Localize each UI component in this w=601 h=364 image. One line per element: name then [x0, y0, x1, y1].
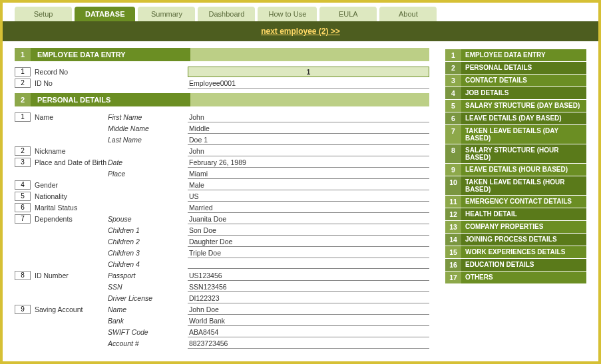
sublabel-spouse: Spouse [108, 215, 188, 223]
nav-work-experiences[interactable]: WORK EXPERIENCES DETAILS [461, 246, 586, 258]
row-num-empty [15, 327, 31, 337]
nav-employee-data-entry[interactable]: EMPLOYEE DATA ENTRY [461, 49, 586, 61]
value-acct[interactable]: 8823723456 [188, 339, 429, 349]
label-birth: Place and Date of Birth [35, 158, 108, 166]
row-num: 1 [15, 112, 31, 122]
value-spouse[interactable]: Juanita Doe [188, 214, 429, 224]
nav-num: 6 [445, 112, 461, 124]
tab-database[interactable]: DATABASE [75, 7, 135, 21]
value-birth-place[interactable]: Miami [188, 169, 429, 179]
label-nationality: Nationality [35, 192, 108, 200]
sublabel-lastname: Last Name [108, 136, 188, 144]
nav-others[interactable]: OTHERS [461, 272, 586, 283]
sublabel-firstname: First Name [108, 113, 188, 121]
section-header-1: 1 EMPLOYEE DATA ENTRY [15, 48, 429, 61]
row-num-empty [15, 226, 31, 235]
nav-taken-leave-day[interactable]: TAKEN LEAVE DETAILS (DAY BASED) [461, 125, 586, 144]
main-form: 1 EMPLOYEE DATA ENTRY 1 Record No 1 2 ID… [15, 48, 429, 349]
value-saving-name[interactable]: John Doe [188, 305, 429, 315]
tab-bar: Setup DATABASE Summary Dashboard How to … [3, 3, 598, 21]
row-num-empty [15, 237, 31, 246]
nav-num: 1 [445, 49, 461, 61]
nav-personal-details[interactable]: PERSONAL DETAILS [461, 62, 586, 74]
value-lastname[interactable]: Doe 1 [188, 135, 429, 145]
label-idnumber: ID Number [35, 272, 108, 279]
value-id-no[interactable]: Employee0001 [188, 79, 429, 89]
label-id-no: ID No [35, 79, 108, 87]
sublabel-ssn: SSN [108, 283, 188, 291]
tab-summary[interactable]: Summary [138, 7, 195, 21]
value-c2[interactable]: Daughter Doe [188, 237, 429, 247]
nav-num: 17 [445, 272, 461, 283]
label-marital: Marital Status [35, 204, 108, 212]
value-ssn[interactable]: SSN123456 [188, 282, 429, 292]
value-middlename[interactable]: Middle [188, 124, 429, 134]
tab-about[interactable]: About [379, 7, 437, 21]
sublabel-place: Place [108, 170, 188, 178]
value-record-no[interactable]: 1 [188, 67, 429, 77]
nav-contact-details[interactable]: CONTACT DETAILS [461, 75, 586, 87]
nav-emergency-contact[interactable]: EMERGENCY CONTACT DETAILS [461, 196, 586, 208]
value-nationality[interactable]: US [188, 192, 429, 202]
row-num: 7 [15, 214, 31, 224]
row-num-empty [15, 316, 31, 325]
nav-leave-hour[interactable]: LEAVE DETAILS (HOUR BASED) [461, 164, 586, 176]
nav-num: 10 [445, 176, 461, 195]
sublabel-acct: Account # [108, 339, 188, 347]
value-marital[interactable]: Married [188, 203, 429, 213]
row-num: 4 [15, 180, 31, 190]
nav-job-details[interactable]: JOB DETAILS [461, 87, 586, 99]
nav-num: 11 [445, 196, 461, 208]
nav-health-detail[interactable]: HEALTH DETAIL [461, 208, 586, 220]
tab-howtouse[interactable]: How to Use [258, 7, 317, 21]
value-dl[interactable]: DI122323 [188, 293, 429, 303]
value-nickname[interactable]: John [188, 146, 429, 156]
value-firstname[interactable]: John [188, 112, 429, 122]
sidebar-nav: 1EMPLOYEE DATA ENTRY 2PERSONAL DETAILS 3… [445, 49, 586, 349]
section-num: 1 [15, 48, 31, 61]
section-tail [190, 48, 429, 61]
row-num: 2 [15, 79, 31, 88]
row-num: 1 [15, 67, 31, 77]
sublabel-swift: SWIFT Code [108, 328, 188, 336]
link-bar: next employee (2) >> [3, 21, 598, 41]
row-num: 2 [15, 146, 31, 156]
sublabel-bank: Bank [108, 317, 188, 325]
sublabel-passport: Passport [108, 272, 188, 279]
nav-num: 8 [445, 144, 461, 163]
row-num: 3 [15, 158, 31, 167]
value-bank[interactable]: World Bank [188, 316, 429, 326]
nav-salary-hour[interactable]: SALARY STRUCTURE (HOUR BASED) [461, 144, 586, 163]
nav-num: 13 [445, 221, 461, 233]
nav-num: 14 [445, 234, 461, 246]
value-c4[interactable] [188, 260, 429, 269]
nav-company-properties[interactable]: COMPANY PROPERTIES [461, 221, 586, 233]
row-num-empty [15, 124, 31, 133]
nav-num: 15 [445, 246, 461, 258]
row-num: 8 [15, 271, 31, 280]
value-c1[interactable]: Son Doe [188, 226, 429, 236]
value-birth-date[interactable]: February 26, 1989 [188, 158, 429, 168]
label-name: Name [35, 113, 108, 121]
nav-num: 5 [445, 100, 461, 112]
value-passport[interactable]: US123456 [188, 271, 429, 281]
tab-eula[interactable]: EULA [319, 7, 377, 21]
row-num-empty [15, 248, 31, 258]
label-gender: Gender [35, 181, 108, 189]
tab-setup[interactable]: Setup [15, 7, 72, 21]
nav-salary-day[interactable]: SALARY STRUCTURE (DAY BASED) [461, 100, 586, 112]
nav-joining-process[interactable]: JOINING PROCESS DETAILS [461, 234, 586, 246]
sublabel-c2: Children 2 [108, 238, 188, 246]
value-c3[interactable]: Triple Doe [188, 248, 429, 258]
nav-taken-leave-hour[interactable]: TAKEN LEAVE DETAILS (HOUR BASED) [461, 176, 586, 195]
tab-dashboard[interactable]: Dashboard [198, 7, 255, 21]
label-record-no: Record No [35, 68, 108, 76]
nav-num: 12 [445, 208, 461, 220]
next-employee-link[interactable]: next employee (2) >> [261, 27, 340, 36]
value-swift[interactable]: ABA8454 [188, 327, 429, 337]
nav-leave-day[interactable]: LEAVE DETAILS (DAY BASED) [461, 112, 586, 124]
section-tail [190, 93, 429, 106]
row-num-empty [15, 339, 31, 348]
value-gender[interactable]: Male [188, 180, 429, 190]
nav-education-details[interactable]: EDUCATION DETAILS [461, 259, 586, 271]
